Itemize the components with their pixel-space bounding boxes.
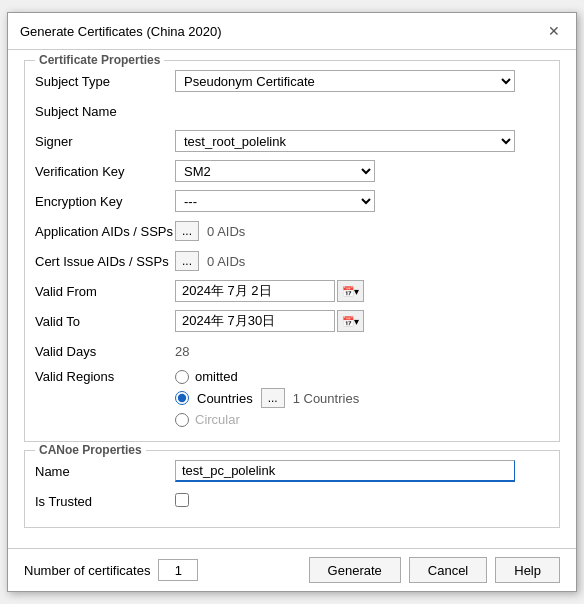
cert-aids-count: 0 AIDs bbox=[207, 254, 245, 269]
app-aids-value: ... 0 AIDs bbox=[175, 221, 549, 241]
verification-key-select[interactable]: SM2 bbox=[175, 160, 375, 182]
subject-name-label: Subject Name bbox=[35, 104, 175, 119]
name-value bbox=[175, 460, 549, 482]
dialog: Generate Certificates (China 2020) ✕ Cer… bbox=[7, 12, 577, 592]
app-aids-count: 0 AIDs bbox=[207, 224, 245, 239]
valid-from-row: Valid From 📅▾ bbox=[35, 279, 549, 303]
name-row: Name bbox=[35, 459, 549, 483]
canoe-properties-section: CANoe Properties Name Is Trusted bbox=[24, 450, 560, 528]
countries-count: 1 Countries bbox=[293, 391, 359, 406]
encryption-key-row: Encryption Key --- bbox=[35, 189, 549, 213]
close-button[interactable]: ✕ bbox=[544, 21, 564, 41]
verification-key-label: Verification Key bbox=[35, 164, 175, 179]
name-input[interactable] bbox=[175, 460, 515, 482]
subject-name-row: Subject Name bbox=[35, 99, 549, 123]
cert-aids-label: Cert Issue AIDs / SSPs bbox=[35, 254, 175, 269]
app-aids-row: Application AIDs / SSPs ... 0 AIDs bbox=[35, 219, 549, 243]
cert-count-input[interactable] bbox=[158, 559, 198, 581]
valid-regions-label: Valid Regions bbox=[35, 369, 175, 384]
region-circular-radio[interactable] bbox=[175, 413, 189, 427]
signer-label: Signer bbox=[35, 134, 175, 149]
valid-days-number: 28 bbox=[175, 344, 189, 359]
encryption-key-label: Encryption Key bbox=[35, 194, 175, 209]
signer-select[interactable]: test_root_polelink bbox=[175, 130, 515, 152]
encryption-key-value: --- bbox=[175, 190, 549, 212]
valid-regions-row: Valid Regions omitted Countries ... 1 Co… bbox=[35, 369, 549, 427]
certificate-properties-label: Certificate Properties bbox=[35, 53, 164, 67]
signer-value: test_root_polelink bbox=[175, 130, 549, 152]
region-circular-row: Circular bbox=[175, 412, 549, 427]
valid-to-input[interactable] bbox=[175, 310, 335, 332]
generate-button[interactable]: Generate bbox=[309, 557, 401, 583]
region-omitted-label: omitted bbox=[195, 369, 238, 384]
subject-type-value: Pseudonym Certificate bbox=[175, 70, 549, 92]
cert-count-label: Number of certificates bbox=[24, 563, 150, 578]
cert-aids-btn[interactable]: ... bbox=[175, 251, 199, 271]
valid-days-label: Valid Days bbox=[35, 344, 175, 359]
valid-from-label: Valid From bbox=[35, 284, 175, 299]
dialog-body: Certificate Properties Subject Type Pseu… bbox=[8, 50, 576, 548]
region-omitted-radio[interactable] bbox=[175, 370, 189, 384]
valid-from-input[interactable] bbox=[175, 280, 335, 302]
valid-regions-value: omitted Countries ... 1 Countries Circul… bbox=[175, 369, 549, 427]
verification-key-value: SM2 bbox=[175, 160, 549, 182]
verification-key-row: Verification Key SM2 bbox=[35, 159, 549, 183]
valid-days-value: 28 bbox=[175, 344, 549, 359]
title-bar: Generate Certificates (China 2020) ✕ bbox=[8, 13, 576, 50]
is-trusted-value bbox=[175, 493, 549, 510]
is-trusted-label: Is Trusted bbox=[35, 494, 175, 509]
valid-to-row: Valid To 📅▾ bbox=[35, 309, 549, 333]
bottom-bar: Number of certificates Generate Cancel H… bbox=[8, 548, 576, 591]
action-buttons: Generate Cancel Help bbox=[309, 557, 560, 583]
valid-from-calendar-btn[interactable]: 📅▾ bbox=[337, 280, 364, 302]
valid-to-calendar-btn[interactable]: 📅▾ bbox=[337, 310, 364, 332]
countries-btn[interactable]: ... bbox=[261, 388, 285, 408]
cert-aids-value: ... 0 AIDs bbox=[175, 251, 549, 271]
subject-type-label: Subject Type bbox=[35, 74, 175, 89]
region-circular-label: Circular bbox=[195, 412, 240, 427]
dialog-title: Generate Certificates (China 2020) bbox=[20, 24, 222, 39]
region-omitted-row: omitted bbox=[175, 369, 549, 384]
certificate-properties-section: Certificate Properties Subject Type Pseu… bbox=[24, 60, 560, 442]
valid-to-label: Valid To bbox=[35, 314, 175, 329]
region-countries-radio[interactable] bbox=[175, 391, 189, 405]
is-trusted-row: Is Trusted bbox=[35, 489, 549, 513]
help-button[interactable]: Help bbox=[495, 557, 560, 583]
signer-row: Signer test_root_polelink bbox=[35, 129, 549, 153]
name-label: Name bbox=[35, 464, 175, 479]
region-countries-row: Countries ... 1 Countries bbox=[175, 388, 549, 408]
subject-type-select[interactable]: Pseudonym Certificate bbox=[175, 70, 515, 92]
valid-to-value: 📅▾ bbox=[175, 310, 549, 332]
valid-from-value: 📅▾ bbox=[175, 280, 549, 302]
cert-count-row: Number of certificates bbox=[24, 559, 198, 581]
cert-aids-row: Cert Issue AIDs / SSPs ... 0 AIDs bbox=[35, 249, 549, 273]
cancel-button[interactable]: Cancel bbox=[409, 557, 487, 583]
subject-type-row: Subject Type Pseudonym Certificate bbox=[35, 69, 549, 93]
canoe-properties-label: CANoe Properties bbox=[35, 443, 146, 457]
is-trusted-checkbox[interactable] bbox=[175, 493, 189, 507]
encryption-key-select[interactable]: --- bbox=[175, 190, 375, 212]
app-aids-label: Application AIDs / SSPs bbox=[35, 224, 175, 239]
region-countries-label: Countries bbox=[197, 391, 253, 406]
app-aids-btn[interactable]: ... bbox=[175, 221, 199, 241]
valid-days-row: Valid Days 28 bbox=[35, 339, 549, 363]
